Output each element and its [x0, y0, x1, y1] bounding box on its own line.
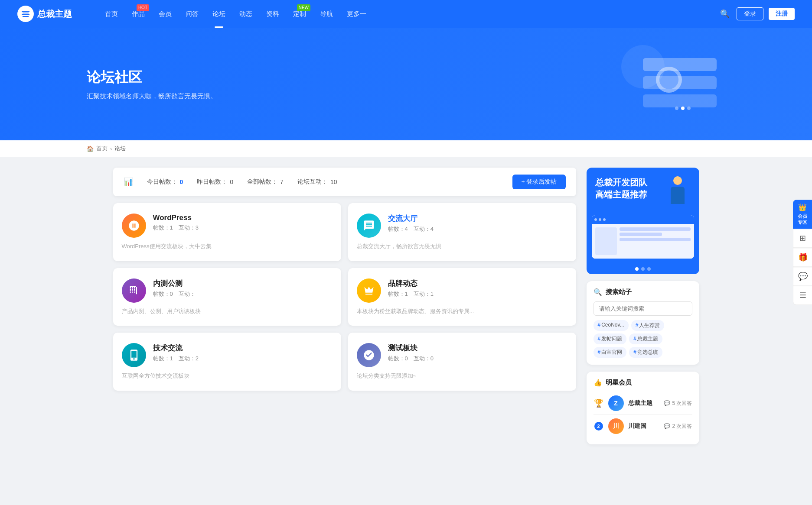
forum-icon-exchange: [357, 214, 381, 238]
nav-item-forum[interactable]: 论坛: [205, 0, 232, 28]
floating-gift-icon[interactable]: 🎁: [793, 248, 812, 267]
nav-item-qa[interactable]: 问答: [179, 0, 205, 28]
star-member-1[interactable]: 2 川 川建国 💬 2 次回答: [594, 415, 692, 437]
home-icon: 🏠: [87, 146, 94, 152]
floating-member-label-1: 会员: [798, 214, 807, 219]
nav-menu: 首页 作品 HOT 会员 问答 论坛 动态 资料 定制 NEW 导航 更多一: [98, 0, 718, 28]
stats-bar: 📊 今日帖数： 0 昨日帖数： 0 全部帖数： 7 论坛互动： 10 + 登录后…: [113, 168, 576, 196]
member-avatar-1: 川: [608, 418, 624, 434]
forum-meta-wordpress: 帖数：1 互动：3: [153, 224, 199, 232]
search-tag-3[interactable]: #总裁主题: [629, 333, 662, 344]
floating-menu-icon[interactable]: ☰: [793, 286, 812, 305]
hero-title: 论坛社区: [87, 68, 217, 87]
breadcrumb-home[interactable]: 首页: [96, 145, 108, 152]
floating-member-button[interactable]: 👑 会员 专区: [793, 200, 812, 229]
stats-yesterday-value: 0: [230, 178, 233, 185]
right-column: 总裁开发团队高端主题推荐: [587, 168, 699, 444]
forum-icon-tech: [122, 343, 146, 367]
star-members-widget: 👍 明星会员 🏆 Z 总裁主题 💬 5 次回答 2: [587, 372, 699, 444]
search-icon[interactable]: 🔍: [718, 7, 731, 20]
rank-num-2: 2: [594, 422, 603, 431]
promo-card[interactable]: 总裁开发团队高端主题推荐: [587, 168, 699, 274]
search-tag-4[interactable]: #白宣官网: [594, 347, 627, 358]
hero-dots: [675, 107, 691, 110]
search-tag-2[interactable]: #发帖问题: [594, 333, 627, 344]
reply-icon-0: 💬: [664, 400, 670, 406]
star-member-0[interactable]: 🏆 Z 总裁主题 💬 5 次回答: [594, 392, 692, 415]
hero-rect3: [643, 94, 717, 107]
forum-card-brand[interactable]: 品牌动态 帖数：1 互动：1 本板块为粉丝获取品牌动态、服务资讯的专属...: [348, 268, 576, 326]
forum-icon-wordpress: [122, 214, 146, 238]
nav-item-dynamic[interactable]: 动态: [232, 0, 259, 28]
nav-item-nav[interactable]: 导航: [313, 0, 340, 28]
nav-item-home[interactable]: 首页: [98, 0, 125, 28]
floating-grid-icon[interactable]: ⊞: [793, 229, 812, 248]
hot-badge: HOT: [137, 4, 149, 11]
hero-subtitle: 汇聚技术领域名师大咖，畅所欲言无畏无惧。: [87, 92, 217, 100]
forum-title-tech: 技术交流: [153, 343, 199, 353]
breadcrumb-separator: ›: [110, 146, 112, 152]
site-logo[interactable]: 总裁主题: [17, 6, 72, 22]
floating-member-label-2: 专区: [798, 220, 807, 225]
forum-card-test[interactable]: 测试板块 帖数：0 互动：0 论坛分类支持无限添加~: [348, 333, 576, 391]
crown-icon: 👑: [795, 203, 810, 212]
forum-info: WordPress 帖数：1 互动：3: [153, 214, 199, 232]
member-avatar-0: Z: [608, 395, 624, 411]
search-tag-5[interactable]: #竞选总统: [629, 347, 662, 358]
logo-icon: [17, 6, 34, 22]
stats-interaction-value: 10: [330, 178, 337, 185]
forum-desc-test: 论坛分类支持无限添加~: [357, 372, 567, 380]
member-replies-1: 💬 2 次回答: [664, 423, 692, 430]
main-content: 📊 今日帖数： 0 昨日帖数： 0 全部帖数： 7 论坛互动： 10 + 登录后…: [103, 168, 710, 444]
nav-item-works[interactable]: 作品 HOT: [125, 0, 152, 28]
breadcrumb: 🏠 首页 › 论坛: [0, 140, 812, 157]
forum-card-header: 内测公测 帖数：0 互动：: [122, 278, 333, 303]
hero-rect1: [643, 58, 717, 71]
forum-card-header: 品牌动态 帖数：1 互动：1: [357, 278, 567, 303]
search-input[interactable]: [594, 301, 692, 316]
forum-info-exchange: 交流大厅 帖数：4 互动：4: [388, 214, 434, 233]
forum-desc-beta: 产品内测、公测、用户访谈板块: [122, 307, 333, 316]
forum-meta-beta: 帖数：0 互动：: [153, 290, 196, 298]
forum-title-exchange: 交流大厅: [388, 214, 434, 223]
forum-card-header: 技术交流 帖数：1 互动：2: [122, 343, 333, 367]
login-button[interactable]: 登录: [737, 7, 763, 20]
nav-item-more[interactable]: 更多一: [340, 0, 373, 28]
forum-meta-test: 帖数：0 互动：0: [388, 355, 434, 363]
logo-text: 总裁主题: [37, 8, 72, 20]
promo-card-top: 总裁开发团队高端主题推荐: [587, 168, 699, 215]
promo-dot-3: [647, 267, 651, 271]
nav-item-custom[interactable]: 定制 NEW: [286, 0, 313, 28]
search-tag-1[interactable]: #人生荐赏: [631, 320, 665, 331]
forum-info-tech: 技术交流 帖数：1 互动：2: [153, 343, 199, 363]
promo-screenshot-bar: [592, 215, 694, 224]
floating-chat-icon[interactable]: 💬: [793, 267, 812, 286]
search-tag-0[interactable]: #CeoNov...: [594, 320, 629, 331]
forum-desc-brand: 本板块为粉丝获取品牌动态、服务资讯的专属...: [357, 307, 567, 316]
forum-meta-brand: 帖数：1 互动：1: [388, 290, 434, 298]
search-widget-title: 🔍 搜索站子: [594, 288, 692, 296]
nav-item-member[interactable]: 会员: [152, 0, 179, 28]
forum-desc-wordpress: WordPress使用交流板块，大牛云集: [122, 242, 333, 251]
hero-text: 论坛社区 汇聚技术领域名师大咖，畅所欲言无畏无惧。: [87, 68, 217, 100]
nav-item-resources[interactable]: 资料: [259, 0, 286, 28]
forum-card-tech[interactable]: 技术交流 帖数：1 互动：2 互联网全方位技术交流板块: [113, 333, 341, 391]
forum-card-exchange[interactable]: 交流大厅 帖数：4 互动：4 总裁交流大厅，畅所欲言无畏无惧: [348, 203, 576, 261]
promo-screenshot: [592, 215, 694, 259]
forum-card-beta[interactable]: 内测公测 帖数：0 互动： 产品内测、公测、用户访谈板块: [113, 268, 341, 326]
ss-dot-1: [594, 218, 597, 221]
forum-card-header: WordPress 帖数：1 互动：3: [122, 214, 333, 238]
person-figure: [665, 176, 691, 211]
forum-info-test: 测试板块 帖数：0 互动：0: [388, 343, 434, 363]
forum-card-header: 交流大厅 帖数：4 互动：4: [357, 214, 567, 238]
register-button[interactable]: 注册: [769, 8, 795, 20]
stats-total-value: 7: [280, 178, 284, 185]
promo-ss-sidebar: [595, 227, 617, 255]
forum-card-wordpress[interactable]: WordPress 帖数：1 互动：3 WordPress使用交流板块，大牛云集: [113, 203, 341, 261]
navbar: 总裁主题 首页 作品 HOT 会员 问答 论坛 动态 资料 定制 NEW 导航: [0, 0, 812, 28]
promo-ss-line-3: [620, 238, 691, 241]
promo-dot-2: [641, 267, 645, 271]
promo-screenshot-content: [592, 224, 694, 259]
promo-dot-1: [635, 267, 639, 271]
post-button[interactable]: + 登录后发帖: [512, 175, 565, 189]
